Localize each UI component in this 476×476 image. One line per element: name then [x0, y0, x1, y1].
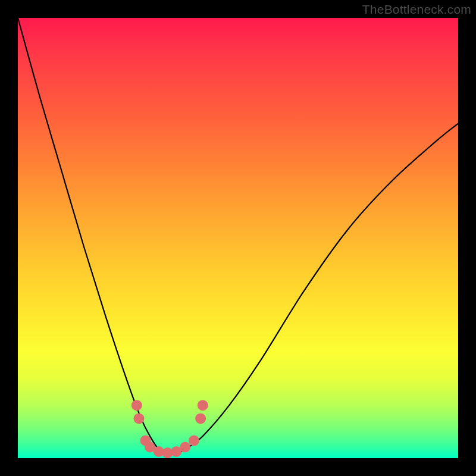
- plot-area: [18, 18, 458, 458]
- background-gradient: [18, 18, 458, 458]
- watermark-text: TheBottleneck.com: [362, 2, 471, 17]
